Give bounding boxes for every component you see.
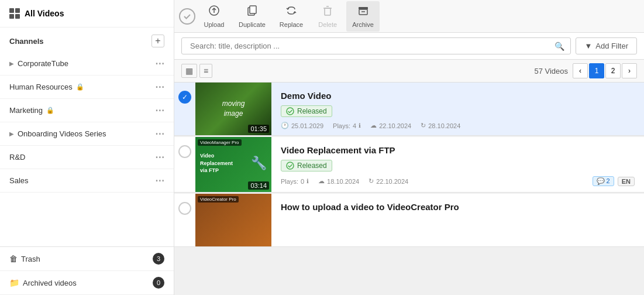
sidebar-item-corporatetube[interactable]: ▶ CorporateTube ⋯ (0, 52, 174, 76)
sidebar-item-onboarding[interactable]: ▶ Onboarding Videos Series ⋯ (0, 122, 174, 146)
video-count-area: 57 Videos ‹ 1 2 › (534, 63, 637, 78)
delete-button[interactable]: Delete (311, 1, 344, 32)
video-thumbnail: VideoCreator Pro (195, 194, 271, 246)
svg-rect-4 (325, 8, 330, 15)
thumb-ftp-icon: 🔧 (251, 156, 267, 171)
info-icon: ℹ (359, 122, 361, 129)
refresh-icon: ↻ (421, 122, 426, 129)
table-row[interactable]: VideoCreator Pro How to upload a video t… (174, 194, 644, 247)
duplicate-svg (246, 5, 258, 16)
trash-icon: 🗑 (9, 254, 18, 263)
prev-page-button[interactable]: ‹ (573, 63, 588, 78)
info-icon: ℹ (306, 178, 309, 184)
video-meta: 🕐 25.01.2029 Plays: 4 ℹ ☁ 22.10.2024 ↻ 2… (281, 122, 635, 129)
list-view-button[interactable]: ≡ (199, 64, 212, 78)
video-select-check[interactable]: ✓ (174, 83, 195, 135)
channels-label: Channels (9, 37, 44, 46)
video-count: 57 Videos (534, 67, 568, 76)
sidebar-item-label: Sales (9, 176, 29, 185)
upload-button[interactable]: Upload (198, 1, 230, 32)
filter-icon: ▼ (584, 42, 592, 50)
all-videos-nav[interactable]: All Videos (0, 0, 174, 28)
replace-button[interactable]: Replace (274, 1, 309, 32)
duplicate-button[interactable]: Duplicate (233, 1, 271, 32)
sidebar-item-sales[interactable]: Sales ⋯ (0, 169, 174, 193)
sidebar-item-trash[interactable]: 🗑 Trash 3 (0, 246, 174, 271)
more-icon[interactable]: ⋯ (155, 58, 164, 69)
thumb-logo: movingimage (222, 99, 245, 119)
grid-view-button[interactable]: ▦ (181, 64, 197, 78)
sidebar-item-rnd[interactable]: R&D ⋯ (0, 146, 174, 169)
lock-icon: 🔒 (46, 107, 54, 114)
upload-label: Upload (204, 21, 225, 28)
more-icon[interactable]: ⋯ (155, 128, 164, 139)
add-channel-button[interactable]: + (151, 35, 164, 47)
svg-point-11 (287, 162, 294, 169)
grid-icon (9, 8, 20, 19)
updated-date: ↻ 28.10.2024 (421, 122, 460, 129)
add-filter-button[interactable]: ▼ Add Filter (576, 37, 637, 54)
archived-badge: 0 (153, 277, 164, 289)
more-icon[interactable]: ⋯ (155, 152, 164, 163)
delete-label: Delete (318, 21, 337, 28)
table-row[interactable]: VideoManager Pro VideoReplacementvia FTP… (174, 137, 644, 193)
lock-icon: 🔒 (76, 83, 84, 91)
updated-date: ↻ 22.10.2024 (369, 177, 408, 185)
page-2-button[interactable]: 2 (605, 63, 621, 78)
video-title: Demo Video (281, 91, 635, 101)
video-info: How to upload a video to VideoCreator Pr… (271, 194, 644, 246)
svg-rect-3 (250, 6, 256, 13)
sidebar-item-human-resources[interactable]: Human Resources 🔒 ⋯ (0, 76, 174, 99)
delete-icon (322, 5, 333, 19)
select-all-button[interactable] (179, 8, 195, 25)
upload-svg (208, 5, 220, 16)
video-info: Demo Video Released 🕐 25.01.2029 Plays: … (271, 83, 644, 135)
pro-label: VideoCreator Pro (198, 196, 239, 203)
pagination: ‹ 1 2 › (573, 63, 637, 78)
thumb-duration: 03:14 (248, 181, 269, 190)
sidebar-item-label: CorporateTube (18, 59, 68, 68)
subtitle-icon: 💬 (597, 177, 605, 184)
duplicate-icon (246, 5, 258, 19)
delete-svg (322, 5, 333, 16)
language-badge: EN (618, 177, 635, 186)
view-controls: ▦ ≡ 57 Videos ‹ 1 2 › (174, 60, 644, 83)
search-bar: 🔍 ▼ Add Filter (174, 33, 644, 60)
archive-button[interactable]: Archive (346, 1, 380, 32)
status-badge: Released (281, 160, 332, 171)
sidebar-item-archived-videos[interactable]: 📁 Archived videos 0 (0, 271, 174, 295)
svg-point-10 (287, 108, 294, 115)
archive-folder-icon: 📁 (9, 278, 19, 287)
main-content: Upload Duplicate Replace Delete Archive (174, 0, 644, 295)
checked-icon: ✓ (178, 91, 191, 104)
sidebar-item-marketing[interactable]: Marketing 🔒 ⋯ (0, 99, 174, 122)
video-info: Video Replacement via FTP Released Plays… (271, 137, 644, 192)
search-input[interactable] (188, 38, 555, 54)
unchecked-icon (178, 202, 191, 215)
plays-count: Plays: 0 ℹ (281, 178, 309, 185)
video-thumbnail: movingimage 01:35 (195, 83, 271, 135)
upload-icon (208, 5, 220, 19)
subtitle-count-badge: 💬 2 (593, 176, 614, 186)
table-row[interactable]: ✓ movingimage 01:35 Demo Video Released … (174, 83, 644, 136)
refresh-icon: ↻ (369, 177, 374, 185)
status-label: Released (297, 107, 327, 115)
replace-svg (285, 5, 297, 16)
video-title: Video Replacement via FTP (281, 145, 635, 155)
video-select-check[interactable] (174, 137, 195, 192)
sidebar-item-label: R&D (9, 153, 25, 162)
archive-label: Archive (352, 21, 374, 28)
toolbar: Upload Duplicate Replace Delete Archive (174, 0, 644, 33)
video-thumbnail: VideoManager Pro VideoReplacementvia FTP… (195, 137, 271, 192)
chevron-icon: ▶ (9, 131, 14, 137)
video-select-check[interactable] (174, 194, 195, 246)
sidebar-item-label: Onboarding Videos Series (18, 129, 106, 138)
next-page-button[interactable]: › (622, 63, 637, 78)
more-icon[interactable]: ⋯ (155, 81, 164, 92)
more-icon[interactable]: ⋯ (155, 175, 164, 186)
page-1-button[interactable]: 1 (589, 63, 604, 78)
trash-label: Trash (21, 255, 40, 263)
search-input-wrap[interactable]: 🔍 (181, 37, 571, 54)
more-icon[interactable]: ⋯ (155, 105, 164, 116)
sidebar: All Videos Channels + ▶ CorporateTube ⋯ … (0, 0, 174, 295)
